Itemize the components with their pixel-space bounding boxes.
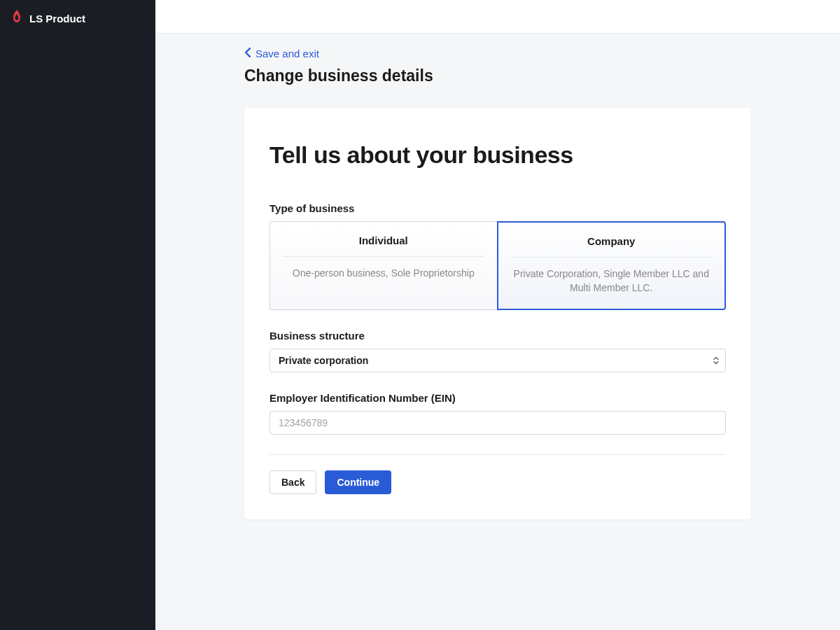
- page-title: Change business details: [244, 66, 751, 85]
- business-structure-select-wrapper: Private corporation: [270, 349, 726, 372]
- back-button[interactable]: Back: [270, 470, 316, 494]
- type-option-title: Company: [511, 235, 713, 258]
- sidebar: LS Product: [0, 0, 155, 630]
- business-structure-label: Business structure: [270, 330, 726, 342]
- type-option-description: Private Corporation, Single Member LLC a…: [511, 267, 713, 295]
- chevron-left-icon: [244, 48, 251, 59]
- card-title: Tell us about your business: [270, 141, 726, 169]
- main-area: Save and exit Change business details Te…: [155, 0, 840, 630]
- divider: [270, 454, 726, 455]
- continue-button[interactable]: Continue: [325, 470, 391, 494]
- sidebar-header: LS Product: [0, 0, 155, 36]
- content-inner: Save and exit Change business details Te…: [244, 48, 751, 519]
- business-structure-select[interactable]: Private corporation: [270, 349, 726, 372]
- content: Save and exit Change business details Te…: [155, 34, 840, 630]
- type-of-business-label: Type of business: [270, 202, 726, 214]
- type-option-company[interactable]: Company Private Corporation, Single Memb…: [497, 221, 727, 310]
- type-option-individual[interactable]: Individual One-person business, Sole Pro…: [270, 221, 497, 310]
- button-row: Back Continue: [270, 470, 726, 494]
- form-card: Tell us about your business Type of busi…: [244, 108, 751, 519]
- type-of-business-options: Individual One-person business, Sole Pro…: [270, 221, 726, 310]
- save-and-exit-label: Save and exit: [255, 48, 319, 59]
- ein-label: Employer Identification Number (EIN): [270, 392, 726, 404]
- save-and-exit-link[interactable]: Save and exit: [244, 48, 319, 59]
- type-option-description: One-person business, Sole Proprietorship: [283, 267, 484, 281]
- type-option-title: Individual: [283, 234, 484, 257]
- product-name: LS Product: [29, 13, 85, 24]
- top-bar: [155, 0, 840, 34]
- ein-input[interactable]: [270, 411, 726, 435]
- flame-logo-icon: [11, 10, 22, 27]
